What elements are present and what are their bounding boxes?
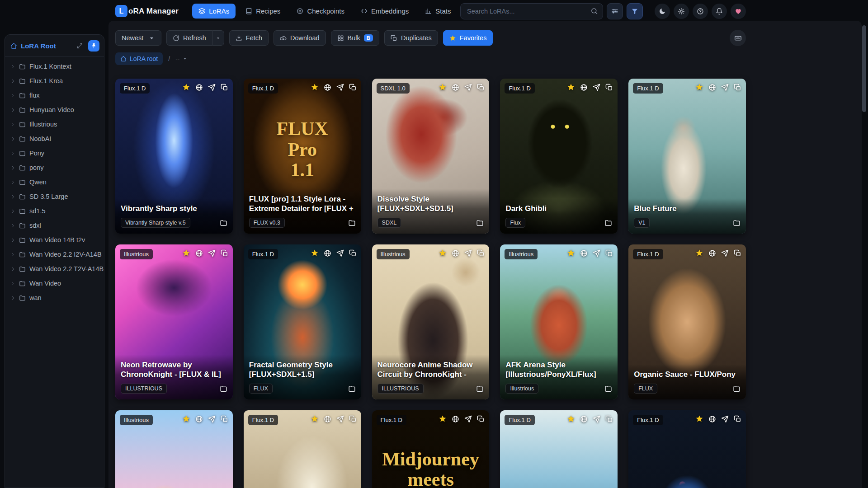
folder-icon[interactable] [220, 219, 227, 227]
sidebar-folder-wan-video-14b-t2v[interactable]: Wan Video 14B t2v [5, 233, 104, 247]
sidebar-folder-qwen[interactable]: Qwen [5, 175, 104, 189]
sidebar-root-label[interactable]: LoRA Root [21, 42, 73, 50]
bulk-button[interactable]: Bulk B [331, 30, 380, 46]
globe-icon[interactable] [452, 249, 459, 257]
scrollbar-thumb[interactable] [862, 25, 866, 112]
sidebar-folder-pony[interactable]: pony [5, 160, 104, 175]
download-button[interactable]: Download [274, 30, 326, 46]
sidebar-folder-sd-3-5-large[interactable]: SD 3.5 Large [5, 189, 104, 204]
folder-icon[interactable] [476, 385, 484, 393]
notifications-bell-icon[interactable] [712, 4, 727, 19]
lora-card[interactable]: Flux.1 D Organic Sauce - FLUX/Pony FLUX [628, 244, 746, 399]
globe-icon[interactable] [195, 415, 203, 423]
lora-card[interactable]: Midjourney meets FLUX Flux.1 D [372, 410, 490, 488]
nav-item-recipes[interactable]: Recipes [239, 4, 287, 19]
app-logo[interactable]: L oRA Manager [115, 5, 179, 17]
send-icon[interactable] [464, 249, 472, 257]
globe-icon[interactable] [580, 84, 588, 91]
sidebar-folder-flux-1-krea[interactable]: Flux.1 Krea [5, 74, 104, 88]
folder-icon[interactable] [604, 385, 612, 393]
globe-icon[interactable] [324, 415, 331, 423]
folder-icon[interactable] [476, 219, 484, 227]
globe-icon[interactable] [708, 84, 716, 91]
send-icon[interactable] [336, 249, 344, 257]
lora-card[interactable]: SDXL 1.0 Dissolve Style [FLUX+SDXL+SD1.5… [372, 79, 490, 234]
globe-icon[interactable] [195, 84, 203, 91]
copy-icon[interactable] [477, 84, 485, 91]
refresh-button[interactable]: Refresh [166, 30, 212, 46]
lora-card[interactable]: Flux.1 D [628, 410, 746, 488]
favorite-star-icon[interactable] [567, 415, 575, 423]
lora-card[interactable]: Flux.1 D Blue Future V1 [628, 79, 746, 234]
nav-item-embeddings[interactable]: Embeddings [354, 4, 415, 19]
duplicates-button[interactable]: Duplicates [384, 30, 438, 46]
favorite-star-icon[interactable] [182, 415, 190, 423]
sidebar-folder-pony[interactable]: Pony [5, 146, 104, 160]
send-icon[interactable] [464, 84, 472, 91]
favorite-star-icon[interactable] [439, 415, 447, 423]
sidebar-folder-flux-1-kontext[interactable]: Flux.1 Kontext [5, 59, 104, 74]
copy-icon[interactable] [221, 249, 228, 257]
funnel-filter-button[interactable] [627, 3, 643, 19]
sidebar-folder-sdxl[interactable]: sdxl [5, 218, 104, 233]
folder-icon[interactable] [733, 385, 741, 393]
send-icon[interactable] [721, 84, 729, 91]
keyboard-shortcuts-button[interactable] [730, 30, 746, 46]
lora-card[interactable]: Flux.1 D Vibrantly Sharp style Vibrantly… [115, 79, 233, 234]
search-input[interactable] [460, 3, 603, 19]
folder-icon[interactable] [348, 385, 356, 393]
sidebar-folder-wan-video-2-2-t2v-a14b[interactable]: Wan Video 2.2 T2V-A14B [5, 262, 104, 276]
folder-icon[interactable] [733, 219, 741, 227]
help-icon[interactable] [693, 4, 708, 19]
favorite-star-icon[interactable] [695, 83, 703, 91]
globe-icon[interactable] [452, 84, 459, 91]
expand-tree-icon[interactable] [77, 43, 83, 49]
favorite-star-icon[interactable] [567, 249, 575, 257]
globe-icon[interactable] [452, 415, 459, 423]
sort-dropdown[interactable]: Newest [115, 30, 161, 46]
breadcrumb-root[interactable]: LoRA root [115, 52, 163, 65]
favorite-star-icon[interactable] [567, 83, 575, 91]
globe-icon[interactable] [324, 249, 331, 257]
sidebar-folder-wan-video[interactable]: Wan Video [5, 276, 104, 291]
folder-icon[interactable] [220, 385, 227, 393]
send-icon[interactable] [593, 249, 600, 257]
send-icon[interactable] [721, 249, 729, 257]
sidebar-folder-sd1-5[interactable]: sd1.5 [5, 204, 104, 218]
support-heart-icon[interactable] [731, 4, 746, 19]
send-icon[interactable] [464, 415, 472, 423]
pin-sidebar-button[interactable] [88, 40, 99, 52]
globe-icon[interactable] [324, 84, 331, 91]
lora-card[interactable]: FLUX Pro 1.1 Flux.1 D FLUX [pro] 1.1 Sty… [244, 79, 361, 234]
globe-icon[interactable] [708, 415, 716, 423]
favorites-filter-button[interactable]: Favorites [443, 30, 493, 46]
breadcrumb-current[interactable]: -- [175, 55, 187, 62]
globe-icon[interactable] [580, 415, 588, 423]
send-icon[interactable] [593, 415, 600, 423]
dark-mode-icon[interactable] [655, 4, 670, 19]
lora-card[interactable]: Illustrious Neon Retrowave by ChronoKnig… [115, 244, 233, 399]
favorite-star-icon[interactable] [439, 249, 447, 257]
lora-card[interactable]: Illustrious Neurocore Anime Shadow Circu… [372, 244, 490, 399]
lora-card[interactable]: Flux.1 D Dark Ghibli Flux [500, 79, 618, 234]
search-icon[interactable] [590, 7, 598, 15]
favorite-star-icon[interactable] [182, 249, 190, 257]
lora-card[interactable]: Flux.1 D Fractal Geometry Style [FLUX+SD… [244, 244, 361, 399]
copy-icon[interactable] [605, 249, 613, 257]
copy-icon[interactable] [221, 84, 228, 91]
sidebar-folder-wan[interactable]: wan [5, 291, 104, 305]
favorite-star-icon[interactable] [311, 83, 319, 91]
nav-item-stats[interactable]: Stats [419, 4, 457, 19]
sliders-filter-button[interactable] [607, 3, 623, 19]
globe-icon[interactable] [195, 249, 203, 257]
nav-item-checkpoints[interactable]: Checkpoints [290, 4, 351, 19]
refresh-options-caret[interactable] [212, 30, 224, 46]
copy-icon[interactable] [349, 84, 357, 91]
copy-icon[interactable] [477, 415, 485, 423]
lora-card[interactable]: Illustrious [115, 410, 233, 488]
send-icon[interactable] [593, 84, 600, 91]
sidebar-folder-illustrious[interactable]: Illustrious [5, 117, 104, 131]
send-icon[interactable] [208, 249, 216, 257]
copy-icon[interactable] [349, 415, 357, 423]
sidebar-folder-flux[interactable]: flux [5, 88, 104, 103]
